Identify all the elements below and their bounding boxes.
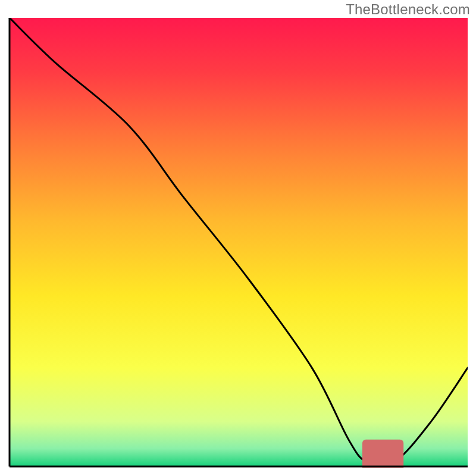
optimum-marker	[362, 440, 403, 468]
root: TheBottleneck.com	[0, 0, 476, 476]
chart-area	[8, 18, 468, 468]
gradient-background	[10, 18, 468, 466]
chart-svg	[8, 18, 468, 468]
watermark-text: TheBottleneck.com	[346, 1, 470, 18]
